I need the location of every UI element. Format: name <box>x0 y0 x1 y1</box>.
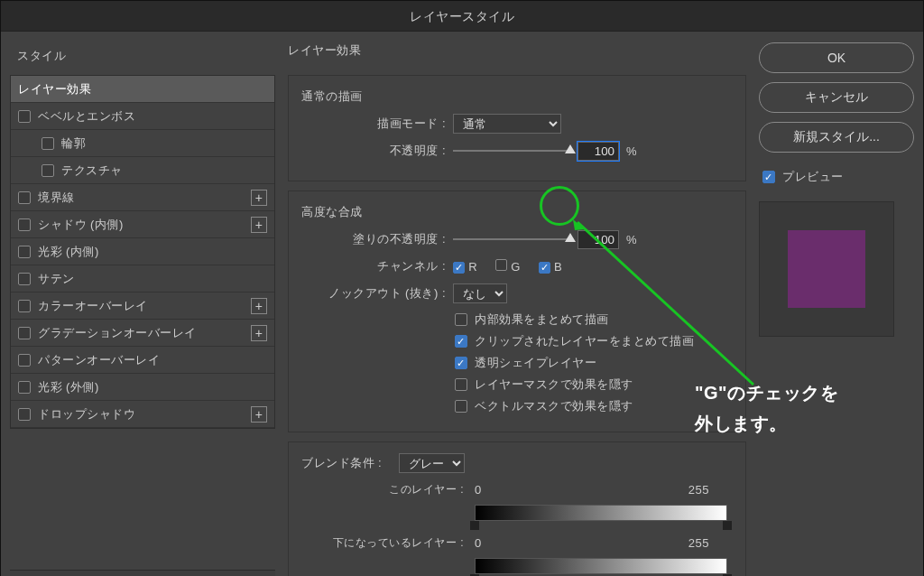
add-effect-button[interactable]: + <box>251 217 267 233</box>
cancel-button[interactable]: キャンセル <box>759 82 914 113</box>
left-column: スタイル レイヤー効果ベベルとエンボス輪郭テクスチャ境界線+シャドウ (内側)+… <box>10 42 275 576</box>
style-row[interactable]: ドロップシャドウ+ <box>11 401 274 428</box>
style-checkbox[interactable] <box>18 354 31 367</box>
middle-column: レイヤー効果 通常の描画 描画モード : 通常 不透明度 : % 高度な合成 <box>288 42 746 576</box>
style-label: グラデーションオーバーレイ <box>38 325 197 341</box>
under-layer-label: 下になっているレイヤー : <box>301 535 464 551</box>
style-row[interactable]: パターンオーバーレイ <box>11 347 274 374</box>
styles-footer: fx ⬆ ⬇ 🗑 <box>10 570 275 576</box>
style-checkbox[interactable] <box>18 327 31 339</box>
normal-subheading: 通常の描画 <box>301 88 733 105</box>
channel-b-checkbox[interactable] <box>539 262 550 274</box>
fill-opacity-input[interactable] <box>578 230 619 249</box>
adv5-checkbox[interactable] <box>455 400 467 413</box>
adv-check-row: 透明シェイプレイヤー <box>301 352 733 374</box>
under-white-value: 255 <box>688 536 709 550</box>
this-layer-markers[interactable] <box>475 521 727 532</box>
style-checkbox[interactable] <box>42 164 54 177</box>
style-checkbox[interactable] <box>18 273 31 285</box>
dialog-title: レイヤースタイル <box>1 1 923 32</box>
under-black-value: 0 <box>475 536 482 550</box>
dialog-content: スタイル レイヤー効果ベベルとエンボス輪郭テクスチャ境界線+シャドウ (内側)+… <box>1 32 923 576</box>
layer-style-dialog: レイヤースタイル スタイル レイヤー効果ベベルとエンボス輪郭テクスチャ境界線+シ… <box>0 0 924 576</box>
channel-r-checkbox[interactable] <box>453 262 465 274</box>
style-row[interactable]: カラーオーバーレイ+ <box>11 293 274 320</box>
add-effect-button[interactable]: + <box>251 190 267 206</box>
style-label: パターンオーバーレイ <box>38 352 160 368</box>
fill-opacity-unit: % <box>626 233 637 246</box>
adv5-label: ベクトルマスクで効果を隠す <box>475 398 633 414</box>
preview-label: プレビュー <box>782 169 844 185</box>
adv-check-row: 内部効果をまとめて描画 <box>301 309 733 330</box>
style-row[interactable]: テクスチャ <box>11 157 274 184</box>
add-effect-button[interactable]: + <box>251 298 267 314</box>
blendif-label: ブレンド条件 : <box>301 455 392 471</box>
channel-b-label: B <box>554 260 562 274</box>
opacity-slider[interactable] <box>453 146 570 155</box>
new-style-button[interactable]: 新規スタイル... <box>759 122 914 153</box>
adv2-checkbox[interactable] <box>455 335 467 348</box>
fill-opacity-label: 塗りの不透明度 : <box>301 231 446 247</box>
advanced-blend-section: 高度な合成 塗りの不透明度 : % チャンネル : R G B <box>288 190 746 432</box>
adv4-checkbox[interactable] <box>455 378 467 391</box>
opacity-unit: % <box>626 144 637 158</box>
opacity-label: 不透明度 : <box>301 143 446 159</box>
channel-g-checkbox[interactable] <box>495 259 507 271</box>
style-checkbox[interactable] <box>42 137 54 150</box>
styles-heading: スタイル <box>10 42 275 70</box>
add-effect-button[interactable]: + <box>251 325 267 341</box>
style-row[interactable]: グラデーションオーバーレイ+ <box>11 320 274 347</box>
fill-opacity-slider[interactable] <box>453 235 570 244</box>
style-checkbox[interactable] <box>18 381 31 394</box>
adv-check-row: ベクトルマスクで効果を隠す <box>301 395 733 417</box>
adv3-checkbox[interactable] <box>455 357 467 369</box>
styles-list: レイヤー効果ベベルとエンボス輪郭テクスチャ境界線+シャドウ (内側)+光彩 (内… <box>10 75 275 429</box>
this-white-value: 255 <box>688 483 709 497</box>
this-layer-label: このレイヤー : <box>301 482 464 497</box>
channels-label: チャンネル : <box>301 258 446 274</box>
style-label: カラーオーバーレイ <box>38 298 148 314</box>
advanced-subheading: 高度な合成 <box>301 204 733 220</box>
style-checkbox[interactable] <box>18 408 31 421</box>
style-label: 光彩 (外側) <box>38 379 99 395</box>
channel-r-label: R <box>468 260 477 274</box>
adv1-checkbox[interactable] <box>455 313 467 326</box>
style-checkbox[interactable] <box>18 300 31 312</box>
preview-row: プレビュー <box>759 169 914 185</box>
blend-if-section: ブレンド条件 : グレー このレイヤー : 0 255 <box>288 441 746 576</box>
style-row[interactable]: 境界線+ <box>11 184 274 211</box>
blend-mode-select[interactable]: 通常 <box>453 114 561 134</box>
knockout-select[interactable]: なし <box>453 283 507 303</box>
preview-swatch <box>788 230 865 308</box>
knockout-label: ノックアウト (抜き) : <box>301 285 446 302</box>
normal-drawing-section: 通常の描画 描画モード : 通常 不透明度 : % <box>288 75 746 181</box>
opacity-input[interactable] <box>578 142 619 161</box>
preview-swatch-outer <box>759 201 894 337</box>
style-row[interactable]: ベベルとエンボス <box>11 103 274 130</box>
adv1-label: 内部効果をまとめて描画 <box>475 311 609 328</box>
style-label: 境界線 <box>38 190 75 206</box>
this-layer-gradient[interactable] <box>475 505 727 521</box>
under-layer-gradient[interactable] <box>475 558 727 574</box>
style-checkbox[interactable] <box>18 110 31 123</box>
adv3-label: 透明シェイプレイヤー <box>475 355 596 371</box>
this-black-value: 0 <box>475 483 482 497</box>
style-row[interactable]: 光彩 (内側) <box>11 238 274 265</box>
style-checkbox[interactable] <box>18 191 31 204</box>
style-checkbox[interactable] <box>18 246 31 258</box>
add-effect-button[interactable]: + <box>251 406 267 423</box>
style-label: テクスチャ <box>61 163 123 179</box>
blendif-select[interactable]: グレー <box>399 453 465 473</box>
style-row[interactable]: シャドウ (内側)+ <box>11 211 274 238</box>
style-row[interactable]: レイヤー効果 <box>11 76 274 103</box>
ok-button[interactable]: OK <box>759 42 914 73</box>
style-row[interactable]: 光彩 (外側) <box>11 374 274 401</box>
style-label: サテン <box>38 271 75 287</box>
style-row[interactable]: サテン <box>11 265 274 293</box>
style-checkbox[interactable] <box>18 218 31 231</box>
style-label: 光彩 (内側) <box>38 244 99 260</box>
style-label: 輪郭 <box>61 135 86 152</box>
style-row[interactable]: 輪郭 <box>11 130 274 157</box>
preview-checkbox[interactable] <box>762 171 775 183</box>
adv-check-row: クリップされたレイヤーをまとめて描画 <box>301 330 733 352</box>
